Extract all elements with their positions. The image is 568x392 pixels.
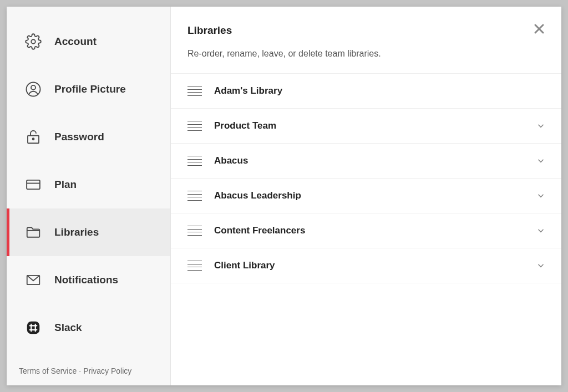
sidebar-item-notifications[interactable]: Notifications — [7, 256, 170, 304]
library-row[interactable]: Abacus — [171, 144, 561, 179]
sidebar: Account Profile Picture — [7, 7, 171, 385]
lock-icon — [23, 127, 43, 147]
drag-handle-icon[interactable] — [187, 226, 202, 236]
sidebar-item-label: Account — [54, 35, 97, 48]
svg-point-4 — [33, 138, 34, 140]
privacy-link[interactable]: Privacy Policy — [83, 366, 131, 375]
chevron-down-icon — [536, 156, 546, 166]
chevron-down-icon — [536, 191, 546, 201]
sidebar-item-password[interactable]: Password — [7, 113, 170, 161]
main-header: Libraries Re-order, rename, leave, or de… — [171, 7, 561, 74]
sidebar-item-slack[interactable]: Slack — [7, 304, 170, 352]
chevron-down-icon — [536, 261, 546, 271]
sidebar-item-profile-picture[interactable]: Profile Picture — [7, 65, 170, 113]
library-name: Product Team — [214, 120, 536, 131]
drag-handle-icon[interactable] — [187, 121, 202, 131]
terms-link[interactable]: Terms of Service — [19, 366, 77, 375]
svg-rect-5 — [27, 180, 40, 189]
drag-handle-icon[interactable] — [187, 191, 202, 201]
libraries-list: Adam's Library Product Team Abacus Abacu… — [171, 74, 561, 283]
library-row[interactable]: Adam's Library — [171, 74, 561, 109]
sidebar-item-plan[interactable]: Plan — [7, 161, 170, 208]
library-name: Abacus — [214, 155, 536, 166]
library-row[interactable]: Product Team — [171, 109, 561, 144]
chevron-down-icon — [536, 121, 546, 131]
main-panel: Libraries Re-order, rename, leave, or de… — [171, 7, 561, 385]
card-icon — [23, 175, 43, 195]
sidebar-item-libraries[interactable]: Libraries — [7, 208, 170, 256]
close-button[interactable] — [532, 22, 546, 35]
close-icon — [532, 22, 546, 35]
library-name: Client Library — [214, 260, 536, 271]
sidebar-items: Account Profile Picture — [7, 18, 170, 357]
sidebar-item-label: Notifications — [54, 274, 118, 286]
sidebar-item-account[interactable]: Account — [7, 18, 170, 65]
library-row[interactable]: Client Library — [171, 248, 561, 283]
sidebar-item-label: Plan — [54, 179, 77, 191]
sidebar-item-label: Libraries — [54, 226, 99, 238]
library-name: Adam's Library — [214, 85, 546, 96]
page-title: Libraries — [187, 24, 545, 37]
svg-point-2 — [31, 85, 36, 90]
profile-icon — [23, 79, 43, 99]
gear-icon — [23, 32, 43, 52]
page-subtitle: Re-order, rename, leave, or delete team … — [187, 49, 545, 59]
library-row[interactable]: Content Freelancers — [171, 213, 561, 248]
slack-icon — [23, 318, 43, 338]
sidebar-item-label: Password — [54, 131, 104, 143]
svg-point-0 — [31, 39, 36, 44]
drag-handle-icon[interactable] — [187, 86, 202, 96]
svg-rect-9 — [27, 322, 40, 334]
library-name: Abacus Leadership — [214, 190, 536, 201]
sidebar-item-label: Slack — [54, 322, 82, 334]
folder-icon — [23, 222, 43, 242]
sidebar-item-label: Profile Picture — [54, 83, 126, 95]
drag-handle-icon[interactable] — [187, 156, 202, 166]
mail-icon — [23, 270, 43, 290]
chevron-down-icon — [536, 226, 546, 236]
settings-window: Account Profile Picture — [7, 7, 561, 385]
library-name: Content Freelancers — [214, 225, 536, 236]
library-row[interactable]: Abacus Leadership — [171, 179, 561, 213]
drag-handle-icon[interactable] — [187, 261, 202, 271]
sidebar-footer: Terms of Service·Privacy Policy — [7, 357, 170, 385]
